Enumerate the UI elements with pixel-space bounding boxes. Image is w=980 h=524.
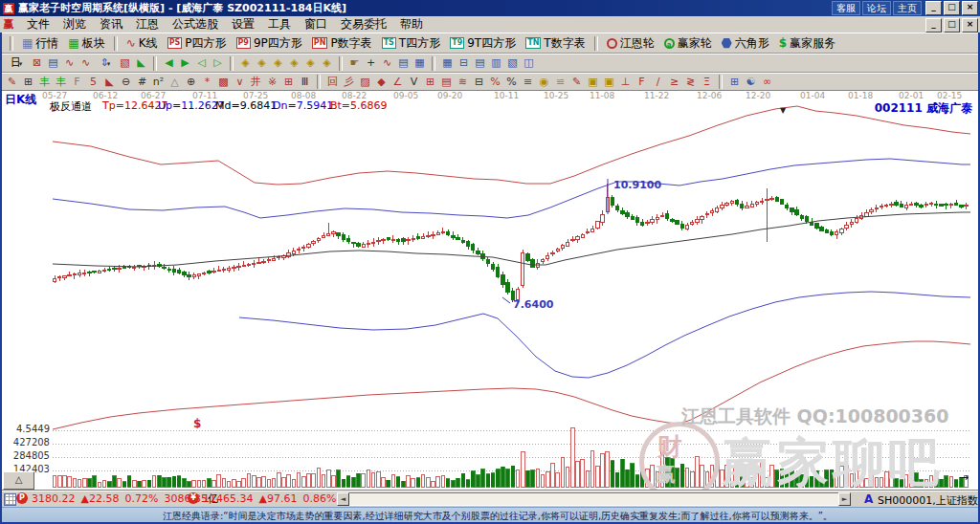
gtlt-icon[interactable]: ≷ (682, 75, 699, 90)
menu-item-6[interactable]: 工具 (261, 16, 298, 33)
quick-link-0[interactable]: 客服 (832, 1, 860, 15)
grid4-icon[interactable]: ⊞ (20, 75, 36, 90)
go-first-icon[interactable]: ◀ (161, 55, 177, 71)
gann-diamond3-icon[interactable]: ◈ (270, 55, 286, 71)
triangle-icon[interactable]: △ (167, 75, 183, 90)
calculator-icon[interactable]: ⊟ (456, 55, 472, 71)
gte-icon[interactable]: ≥ (666, 75, 682, 90)
gann-diamond6-icon[interactable]: ◈ (319, 55, 335, 71)
scroll-left-button[interactable]: ◄ (337, 492, 349, 506)
period-day-button[interactable]: 日▾ (4, 55, 29, 71)
minimize-button[interactable]: _ (925, 1, 942, 15)
winner-wheel-button[interactable]: a赢家轮 (659, 33, 717, 53)
hexagon-button[interactable]: 六角形 (717, 33, 774, 53)
szse-index-icon[interactable]: ¥ (188, 492, 199, 504)
color-grid-icon[interactable]: ⊞ (726, 75, 743, 90)
xi-icon[interactable]: Ξ (699, 75, 715, 90)
vee2-icon[interactable]: V (406, 75, 422, 90)
kline-button[interactable]: ∿K线 (122, 33, 163, 53)
percent-red-icon[interactable]: % (487, 75, 503, 90)
red-grid-icon[interactable]: ⊞ (280, 75, 297, 90)
red-pen2-icon[interactable]: ✎ (568, 75, 585, 90)
circle-minus-icon[interactable]: ⊖ (118, 75, 134, 90)
spiral-icon[interactable]: 回 (324, 75, 341, 90)
grid5-icon[interactable]: ⊞ (422, 75, 438, 90)
menu-item-8[interactable]: 交易委托 (334, 16, 393, 33)
notebook-icon[interactable]: ▤ (472, 55, 488, 71)
9t-square-button[interactable]: T99T四方形 (445, 33, 521, 53)
hash-grid-icon[interactable]: # (134, 75, 150, 90)
status-scrollbar[interactable]: ◄ ► (337, 492, 851, 506)
gann-wheel-button[interactable]: 江恩轮 (602, 33, 659, 53)
shaded-box-icon[interactable]: ▩ (215, 75, 232, 90)
yinyang-icon[interactable]: ☯ (743, 75, 759, 90)
waves-icon[interactable]: ≋ (455, 75, 471, 90)
zigzag-tool-icon[interactable]: ∿ (379, 55, 395, 71)
t-numtable-button[interactable]: TNT数字表 (521, 33, 590, 53)
9p-square-button[interactable]: P99P四方形 (232, 33, 307, 53)
quick-link-1[interactable]: 论坛 (862, 1, 891, 15)
mini-chart-icon[interactable]: ∿ (61, 55, 78, 71)
gann-fan-up-icon[interactable]: 丰 (36, 75, 53, 90)
quote-page-icon[interactable]: ▤ (45, 55, 61, 71)
next-bar-icon[interactable]: ▷ (210, 55, 226, 71)
child-close-button[interactable]: × (962, 18, 978, 33)
t-square-button[interactable]: TST四方形 (377, 33, 446, 53)
slash-icon[interactable]: / (650, 75, 666, 90)
percent-icon[interactable]: % (503, 75, 520, 90)
infinity-icon[interactable]: ∞ (759, 75, 775, 90)
note-tool-icon[interactable]: ▤ (395, 55, 412, 71)
flag-icon[interactable]: ◣ (133, 55, 149, 71)
child-restore-button[interactable]: □ (944, 18, 960, 33)
p-square-button[interactable]: PSP四方形 (163, 33, 232, 53)
grid-tool-icon[interactable]: ▦ (412, 55, 428, 71)
web-icon[interactable]: ※ (264, 75, 280, 90)
triangle-ruler-icon[interactable]: ◣ (101, 75, 118, 90)
sectors-button[interactable]: ▦板块 (63, 33, 109, 53)
gold-circle-icon[interactable]: ◉ (536, 75, 552, 90)
angle-icon[interactable]: ∠ (390, 75, 406, 90)
overlay-icon[interactable]: ▧ (117, 55, 133, 71)
quick-link-2[interactable]: 主页 (893, 1, 922, 15)
rows-box-icon[interactable]: ▤ (438, 75, 455, 90)
restore-button[interactable]: □ (944, 1, 960, 15)
gold-box2-icon[interactable]: ▣ (601, 75, 617, 90)
tools-icon[interactable]: ▧ (504, 55, 521, 71)
go-last-icon[interactable]: ▶ (177, 55, 193, 71)
close-button[interactable]: × (962, 1, 978, 15)
gann-diamond2-icon[interactable]: ◈ (254, 55, 270, 71)
square-n-icon[interactable]: n² (150, 75, 167, 90)
status-grid-icon[interactable] (4, 493, 16, 506)
menu-item-7[interactable]: 窗口 (298, 16, 334, 33)
market-index-label[interactable]: SH000001,上证指数 (878, 493, 978, 508)
chart-area[interactable]: 财 赢 △ 日K线002111 威海广泰江恩工具软件 QQ:100800360赢… (0, 91, 980, 490)
circle-plus-icon[interactable]: ⊕ (183, 75, 199, 90)
menu-item-3[interactable]: 江恩 (129, 16, 166, 33)
child-minimize-button[interactable]: _ (925, 18, 942, 33)
winner-service-button[interactable]: $赢家服务 (774, 33, 840, 53)
hatch-box-icon[interactable]: ▨ (357, 75, 373, 90)
p-numtable-button[interactable]: PNP数字表 (307, 33, 377, 53)
menu-item-4[interactable]: 公式选股 (166, 16, 225, 33)
gann-diamond5-icon[interactable]: ◈ (302, 55, 319, 71)
kline-canvas[interactable]: 10.91007.6400▼ (0, 91, 980, 490)
menu-item-5[interactable]: 设置 (225, 16, 261, 33)
well-grid-icon[interactable]: 井 (248, 75, 264, 90)
gann-fan-dn-icon[interactable]: 丰 (53, 75, 69, 90)
price-mode-icon[interactable]: ⇕▾ (94, 55, 117, 71)
rays-icon[interactable]: 彡 (341, 75, 357, 90)
pane-toggle-button[interactable]: △ (3, 471, 34, 490)
diamond-icon[interactable]: ◆ (373, 75, 390, 90)
gann-diamond1-icon[interactable]: ◈ (237, 55, 254, 71)
new-window-icon[interactable]: ⊠ (29, 55, 45, 71)
quotes-button[interactable]: ▦行情 (17, 33, 63, 53)
hand-tool-icon[interactable]: ☛ (346, 55, 363, 71)
save-icon[interactable]: ▥ (488, 55, 504, 71)
columns-icon[interactable]: Ⅲ (297, 75, 313, 90)
lines3-icon[interactable]: ≡ (520, 75, 536, 90)
star-fan-icon[interactable]: * (199, 75, 215, 90)
crosshair-tool-icon[interactable]: + (363, 55, 379, 71)
draw-pen-icon[interactable]: ✎ (4, 75, 20, 90)
computer-icon[interactable]: ◫ (521, 55, 537, 71)
minus-box-icon[interactable]: ⊟ (471, 75, 487, 90)
